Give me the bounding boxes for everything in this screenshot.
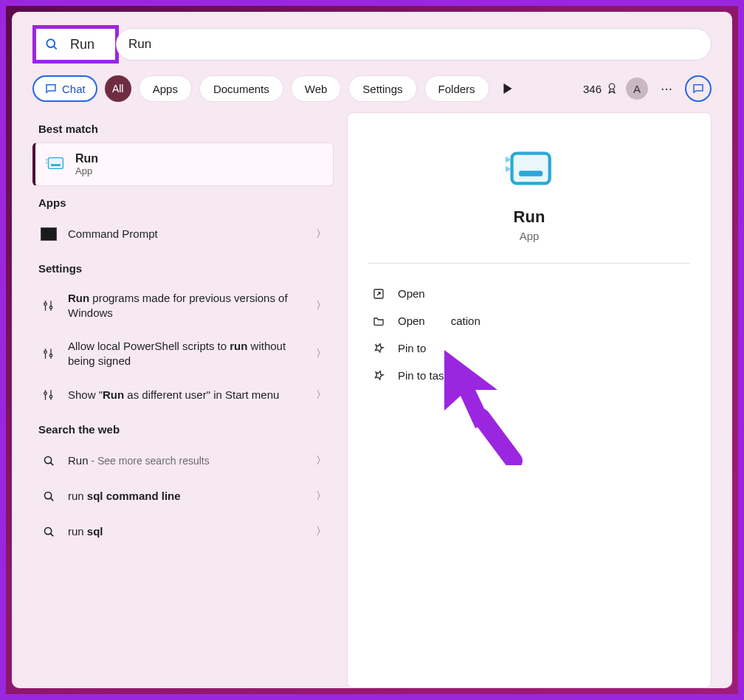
- filter-settings[interactable]: Settings: [348, 75, 416, 102]
- web-run-sql-cmd[interactable]: run sql command line 〉: [32, 478, 334, 514]
- filter-web[interactable]: Web: [291, 75, 342, 102]
- search-highlight-box: Run: [32, 25, 119, 64]
- run-icon: [46, 155, 65, 174]
- svg-point-12: [49, 354, 52, 356]
- svg-point-2: [609, 83, 615, 89]
- folder-icon: [371, 315, 386, 327]
- avatar[interactable]: A: [626, 78, 648, 100]
- svg-point-16: [49, 396, 52, 398]
- filter-apps[interactable]: Apps: [139, 75, 192, 102]
- start-search-panel: Run Chat All Apps Documents Web Settings…: [12, 12, 732, 688]
- filter-all[interactable]: All: [105, 75, 131, 102]
- detail-subtitle: App: [520, 230, 540, 242]
- svg-line-22: [50, 533, 53, 536]
- search-icon: [40, 487, 58, 505]
- action-pin-start[interactable]: Pin to: [368, 334, 690, 362]
- chevron-right-icon: 〉: [316, 347, 326, 360]
- web-run-sql[interactable]: run sql 〉: [32, 514, 334, 549]
- result-powershell-scripts[interactable]: Allow local PowerShell scripts to run wi…: [32, 330, 334, 378]
- detail-header: Run App: [368, 135, 690, 264]
- more-icon[interactable]: ⋯: [655, 82, 678, 96]
- filter-folders[interactable]: Folders: [424, 75, 489, 102]
- search-icon: [36, 29, 67, 60]
- rewards-points[interactable]: 346: [583, 82, 619, 95]
- search-row: Run: [32, 25, 712, 64]
- pin-icon: [371, 370, 386, 382]
- cmd-icon: [40, 225, 58, 243]
- action-list: Open Openfile location Pin to: [368, 264, 690, 389]
- detail-title: Run: [514, 207, 545, 227]
- result-command-prompt[interactable]: Command Prompt 〉: [32, 216, 334, 252]
- results-column: Best match Run App Apps Command Prompt 〉…: [32, 112, 334, 688]
- action-open[interactable]: Open: [368, 280, 690, 307]
- settings-icon: [40, 345, 58, 363]
- content: Best match Run App Apps Command Prompt 〉…: [32, 112, 712, 688]
- best-match-run[interactable]: Run App: [32, 143, 334, 186]
- svg-point-0: [46, 39, 55, 47]
- pin-icon: [371, 343, 386, 354]
- section-best-match: Best match: [32, 112, 334, 143]
- svg-line-18: [50, 462, 53, 465]
- filter-documents[interactable]: Documents: [199, 75, 283, 102]
- search-icon: [40, 523, 58, 541]
- chevron-right-icon: 〉: [316, 454, 326, 467]
- svg-point-10: [44, 351, 46, 353]
- action-open-location[interactable]: Openfile location: [368, 307, 690, 334]
- bing-button[interactable]: [685, 75, 712, 102]
- search-icon: [40, 452, 58, 470]
- search-input-wrapper[interactable]: [116, 28, 712, 61]
- chat-chip[interactable]: Chat: [32, 75, 97, 102]
- search-input[interactable]: [128, 37, 699, 52]
- svg-rect-4: [51, 164, 61, 166]
- open-icon: [371, 288, 386, 300]
- play-icon[interactable]: [497, 83, 519, 94]
- svg-point-17: [44, 456, 51, 463]
- svg-rect-3: [48, 157, 63, 168]
- svg-point-19: [44, 492, 51, 498]
- result-run-as-user[interactable]: Show "Run as different user" in Start me…: [32, 377, 334, 413]
- svg-line-1: [54, 47, 57, 49]
- svg-point-21: [44, 527, 51, 534]
- svg-rect-23: [512, 154, 550, 184]
- chevron-right-icon: 〉: [316, 299, 326, 312]
- svg-point-8: [49, 306, 52, 309]
- chevron-right-icon: 〉: [316, 525, 326, 538]
- search-query-text: Run: [67, 37, 94, 52]
- detail-pane: Run App Open Openfile location: [347, 112, 712, 688]
- action-pin-taskbar[interactable]: Pin to taskbar: [368, 362, 690, 389]
- svg-line-20: [50, 498, 53, 501]
- settings-icon: [40, 386, 58, 404]
- chevron-right-icon: 〉: [316, 388, 326, 402]
- web-run-more[interactable]: Run - See more search results 〉: [32, 443, 334, 478]
- settings-icon: [40, 297, 58, 315]
- section-search-web: Search the web: [32, 413, 334, 443]
- best-match-sub: App: [75, 165, 98, 176]
- rewards-icon: [605, 82, 619, 95]
- filter-row: Chat All Apps Documents Web Settings Fol…: [32, 75, 712, 102]
- section-apps: Apps: [32, 186, 334, 216]
- svg-rect-24: [519, 171, 542, 176]
- run-icon: [506, 148, 553, 191]
- result-run-compat[interactable]: Run programs made for previous versions …: [32, 282, 334, 330]
- section-settings: Settings: [32, 252, 334, 282]
- chevron-right-icon: 〉: [316, 227, 326, 241]
- best-match-title: Run: [75, 152, 98, 165]
- svg-point-14: [44, 392, 46, 394]
- svg-point-6: [44, 303, 46, 305]
- chevron-right-icon: 〉: [316, 490, 326, 503]
